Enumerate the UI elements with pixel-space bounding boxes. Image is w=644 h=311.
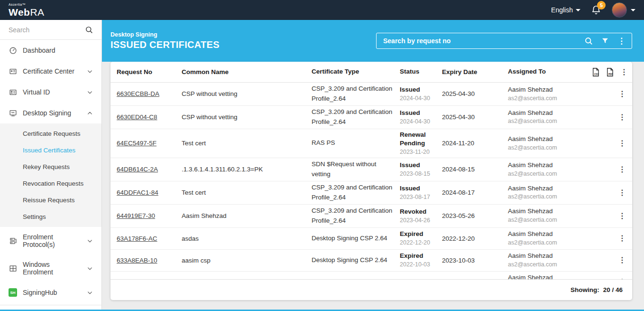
sidebar-item-label: Enrolment Protocol(s) — [23, 233, 81, 248]
status-cell: Issued 2024-04-30 — [400, 85, 442, 103]
common-name-cell: .1.3.6.1.4.1.311.60.2.1.3=PK — [182, 166, 312, 173]
chevron-down-icon — [87, 238, 93, 244]
export-pdf-icon[interactable]: PDF — [606, 68, 614, 76]
sidebar-item-certificate-requests[interactable]: Certificate Requests — [0, 125, 101, 142]
row-actions-kebab-icon[interactable]: ⋮ — [618, 235, 626, 242]
request-no-cell: 644919E7-30 — [117, 212, 182, 219]
request-no-link[interactable]: 6630ECBB-DA — [117, 90, 159, 97]
user-menu[interactable] — [612, 2, 635, 18]
request-search-input[interactable] — [383, 37, 577, 45]
sidebar-search-input[interactable] — [9, 26, 75, 34]
assigned-to-cell: Aasim Shehzad as2@ascertia.com — [508, 85, 592, 103]
sidebar-item-reissue-requests[interactable]: Reissue Requests — [0, 192, 101, 208]
certificate-center-icon — [9, 67, 17, 75]
request-no-link[interactable]: 6630ED04-C8 — [117, 113, 157, 121]
col-header-status: Status — [400, 67, 442, 76]
windows-enrolment-icon — [9, 264, 17, 273]
sidebar-item-virtual-id[interactable]: Virtual ID — [0, 82, 101, 103]
request-no-link[interactable]: 64EC5497-5F — [117, 140, 156, 147]
row-actions-kebab-icon[interactable]: ⋮ — [618, 90, 626, 98]
row-actions-kebab-icon[interactable]: ⋮ — [618, 212, 626, 220]
status-text: Revoked — [400, 207, 442, 216]
status-cell: Issued 2023-08-15 — [400, 161, 442, 178]
status-text: Issued — [400, 85, 442, 94]
caret-down-icon — [576, 9, 580, 11]
table-row: 633A8EAB-10 aasim csp Desktop Signing CS… — [110, 250, 632, 272]
row-actions-kebab-icon[interactable]: ⋮ — [618, 256, 626, 264]
showing-label: Showing: — [570, 286, 599, 293]
breadcrumb: Desktop Signing — [110, 31, 220, 38]
status-text: Issued — [400, 184, 442, 193]
certificate-type-cell: SDN $Request without vetting — [312, 160, 400, 179]
common-name-cell: CSP without vetting — [182, 113, 312, 121]
sidebar-item-issued-certificates[interactable]: Issued Certificates — [0, 142, 101, 159]
table-scroll-area[interactable]: Request No Common Name Certificate Type … — [110, 62, 632, 279]
request-no-link[interactable]: 633A8EAB-10 — [117, 257, 157, 264]
notifications-button[interactable]: 5 — [591, 5, 601, 15]
assigned-email: as2@ascertia.com — [508, 261, 592, 269]
status-cell: Issued 2023-08-17 — [400, 184, 442, 201]
row-actions-cell: ⋮ — [592, 140, 626, 147]
table-row: 6630ECBB-DA CSP without vetting CSP_3.20… — [110, 83, 632, 106]
search-icon[interactable] — [85, 26, 93, 34]
assigned-to-cell: Aasim Shehzad as2@ascertia.com — [508, 135, 592, 152]
sidebar-item-dashboard[interactable]: Dashboard — [0, 40, 101, 61]
sidebar-item-revocation-requests[interactable]: Revocation Requests — [0, 175, 101, 192]
svg-text:PDF: PDF — [608, 73, 613, 75]
sidebar-item-settings[interactable]: Settings — [0, 208, 101, 225]
app-logo: Ascertia™ WebRA — [9, 3, 45, 17]
request-no-cell: 6630ED04-C8 — [117, 113, 182, 121]
sidebar-item-signinghub[interactable]: SH SigningHub — [0, 282, 101, 303]
language-label: English — [551, 6, 573, 14]
row-actions-kebab-icon[interactable]: ⋮ — [618, 166, 626, 173]
chevron-up-icon — [87, 110, 93, 116]
expiry-date-cell: 2024-08-17 — [442, 189, 508, 196]
chevron-down-icon — [87, 68, 93, 75]
request-no-cell: 64DDFAC1-84 — [117, 189, 182, 196]
assigned-email: as2@ascertia.com — [508, 170, 592, 179]
sidebar-item-certificate-center[interactable]: Certificate Center — [0, 61, 101, 82]
table-options-kebab-icon[interactable]: ⋮ — [620, 68, 628, 76]
row-actions-kebab-icon[interactable]: ⋮ — [618, 113, 626, 121]
desktop-signing-submenu: Certificate Requests Issued Certificates… — [0, 123, 101, 227]
certificate-type-cell: Desktop Signing CSP 2.64 — [312, 255, 400, 265]
row-actions-cell: ⋮ — [592, 189, 626, 197]
status-date: 2023-08-15 — [400, 170, 442, 178]
main-content: Desktop Signing ISSUED CERTIFICATES ⋮ Re… — [102, 20, 644, 311]
issued-certificates-card: Request No Common Name Certificate Type … — [110, 62, 632, 300]
request-no-link[interactable]: 63A178F6-AC — [117, 235, 157, 242]
status-text: Issued — [400, 161, 442, 170]
page-title: ISSUED CERTIFICATES — [110, 39, 220, 50]
dashboard-icon — [9, 46, 17, 55]
request-no-link[interactable]: 644919E7-30 — [117, 212, 155, 219]
status-date: 2023-11-20 — [400, 148, 442, 156]
status-text: Expired — [400, 230, 442, 238]
expiry-date-cell: 2023-10-03 — [442, 257, 508, 264]
expiry-date-cell: 2024-08-15 — [442, 166, 508, 173]
row-actions-kebab-icon[interactable]: ⋮ — [618, 189, 626, 197]
filter-icon[interactable] — [600, 37, 610, 45]
signinghub-icon: SH — [9, 288, 17, 297]
avatar — [612, 2, 627, 18]
export-csv-icon[interactable]: CSV — [592, 68, 599, 76]
request-no-link[interactable]: 64DB614C-2A — [117, 166, 158, 173]
certificate-type-cell: RAS PS — [312, 138, 400, 148]
search-icon[interactable] — [583, 37, 594, 45]
sidebar-item-label: Certificate Center — [23, 67, 81, 75]
search-options-kebab-icon[interactable]: ⋮ — [616, 37, 627, 45]
sidebar-item-desktop-signing[interactable]: Desktop Signing — [0, 103, 101, 123]
topbar: Ascertia™ WebRA English 5 — [0, 0, 644, 20]
assigned-name: Aasim Shehzad — [508, 207, 592, 216]
sidebar-item-windows-enrolment[interactable]: Windows Enrolment — [0, 254, 101, 282]
language-selector[interactable]: English — [551, 6, 580, 14]
assigned-name: Aasim Shehzad — [508, 85, 592, 94]
sidebar-item-rekey-requests[interactable]: Rekey Requests — [0, 159, 101, 175]
sidebar-item-label: SigningHub — [23, 289, 81, 296]
certificate-type-cell: CSP_3.209 and Certification Profile_2.64 — [312, 206, 400, 226]
row-actions-kebab-icon[interactable]: ⋮ — [618, 140, 626, 147]
sidebar-item-enrolment-protocols[interactable]: Enrolment Protocol(s) — [0, 227, 101, 254]
status-date: 2024-04-30 — [400, 94, 442, 103]
request-no-link[interactable]: 64DDFAC1-84 — [117, 189, 158, 196]
row-actions-cell: ⋮ — [592, 166, 626, 173]
sidebar-item-label: Desktop Signing — [23, 109, 81, 117]
